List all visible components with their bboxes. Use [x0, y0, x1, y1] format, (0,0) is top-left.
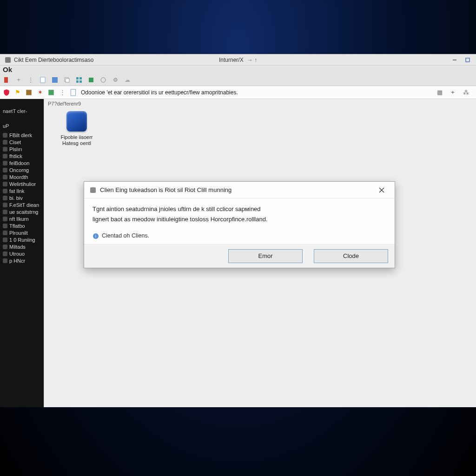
sidebar-item[interactable]: feiBdoon — [2, 159, 42, 166]
svg-rect-4 — [40, 77, 45, 83]
svg-rect-10 — [76, 80, 79, 83]
path-hint: P7?del'ferenr9 — [44, 99, 476, 108]
tab-icon-plus[interactable]: + — [15, 76, 22, 84]
toolbar-right-plus-icon[interactable]: + — [449, 89, 456, 96]
sidebar-item[interactable]: Tflatbo — [2, 222, 42, 229]
tab-icon-book[interactable] — [87, 76, 95, 84]
sidebar: naetT cler- uP FBilt dlerkCisetPlslırıfh… — [0, 99, 44, 407]
dialog-primary-button[interactable]: Emor — [228, 249, 303, 263]
maximize-button[interactable] — [461, 55, 474, 65]
window-center-title: Inturner/X — [219, 57, 244, 63]
svg-rect-12 — [89, 78, 93, 82]
tab-icon-copy[interactable] — [63, 76, 71, 84]
sidebar-item[interactable]: fhtlick — [2, 152, 42, 159]
sidebar-item[interactable]: Miltads — [2, 243, 42, 250]
tab-icon-grid[interactable] — [75, 76, 83, 84]
tab-icon-gear[interactable]: ⚙ — [112, 76, 119, 84]
toolbar-vdots-icon[interactable]: ⋮ — [59, 89, 66, 96]
sidebar-item[interactable]: FBilt dlerk — [2, 132, 42, 139]
sidebar-item[interactable]: bi. biv — [2, 194, 42, 201]
sidebar-item[interactable]: 1 0 Runiing — [2, 236, 42, 243]
toolbar-right-menu-icon[interactable]: ⁂ — [462, 89, 469, 96]
sidebar-item[interactable]: fat Ilnk — [2, 187, 42, 194]
svg-rect-15 — [48, 90, 53, 95]
svg-rect-0 — [5, 57, 11, 63]
svg-rect-17 — [90, 187, 96, 193]
toolbar: ⚑ ✶ ⋮ Odoonioe 'et ear orerersitiol irs … — [0, 86, 476, 99]
minimize-button[interactable] — [448, 55, 461, 65]
client-app-icon — [66, 111, 87, 132]
sidebar-group-2: uP — [3, 123, 41, 129]
app-icon — [5, 57, 11, 63]
svg-rect-11 — [79, 80, 82, 83]
toolbar-right-grid-icon[interactable]: ▦ — [436, 89, 443, 96]
dialog-note-text: Cientad oh Cliens. — [102, 232, 149, 240]
svg-rect-16 — [71, 89, 75, 96]
sidebar-item[interactable]: p HNcr — [2, 257, 42, 264]
sidebar-item[interactable]: Moordth — [2, 173, 42, 180]
svg-rect-3 — [4, 77, 8, 83]
tab-icon-doc[interactable] — [3, 76, 10, 84]
svg-rect-7 — [66, 79, 69, 82]
info-icon: i — [93, 233, 99, 239]
sidebar-item[interactable]: Welirtihulior — [2, 180, 42, 187]
dialog-body: Tgnt aintion seatudrnina jnioles uftirn … — [84, 198, 395, 244]
dialog-header: Clien Eing tukeadson is Riot sil Riot Cl… — [84, 182, 395, 198]
svg-rect-9 — [79, 77, 82, 79]
tab-icon-globe[interactable] — [99, 76, 107, 84]
svg-rect-8 — [76, 77, 79, 79]
desktop-icon-label-1: Fipoble iisoerr — [60, 134, 93, 140]
svg-text:i: i — [95, 234, 96, 238]
desktop-icon[interactable]: Fipoble iisoerr Hatesg oentl — [58, 111, 95, 146]
tab-icon-vdots[interactable]: ⋮ — [27, 76, 34, 84]
sidebar-item[interactable]: Plslırı — [2, 145, 42, 152]
svg-rect-2 — [466, 58, 469, 62]
sidebar-item[interactable]: nft llkurn — [2, 215, 42, 222]
toolbar-note-icon[interactable] — [47, 89, 55, 96]
svg-rect-5 — [52, 77, 58, 83]
dialog-body-line-1: Tgnt aintion seatudrnina jnioles uftirn … — [93, 205, 386, 213]
dialog-title: Clien Eing tukeadson is Riot sil Riot Cl… — [100, 186, 231, 193]
toolbar-puzzle-icon[interactable]: ✶ — [36, 89, 44, 96]
tab-icon-page[interactable] — [39, 76, 46, 84]
sidebar-item[interactable]: Utrouo — [2, 250, 42, 257]
sidebar-item[interactable]: Oncorng — [2, 166, 42, 173]
dialog-secondary-button[interactable]: Clode — [314, 249, 388, 263]
dialog-close-button[interactable] — [374, 184, 389, 197]
desktop-icon-label-2: Hatesg oentl — [62, 140, 91, 146]
toolbar-book-icon[interactable] — [25, 89, 33, 96]
svg-rect-14 — [26, 90, 31, 95]
dialog-body-line-2: lignert baot as meodow initiuleigtine to… — [93, 215, 386, 224]
tab-strip: + ⋮ ⚙ ☁ — [0, 74, 476, 86]
dialog-app-icon — [90, 187, 96, 193]
tab-icon-app[interactable] — [51, 76, 59, 84]
address-text[interactable]: Odoonioe 'et ear orerersitiol irs ur eet… — [81, 89, 432, 96]
sidebar-item[interactable]: Ciset — [2, 139, 42, 145]
sidebar-group-1: naetT cler- — [3, 108, 41, 114]
title-ok-label: Ok — [3, 66, 12, 73]
toolbar-page-icon[interactable] — [70, 89, 77, 96]
toolbar-flag-icon[interactable]: ⚑ — [14, 89, 21, 96]
sidebar-item[interactable]: ue scaitstrng — [2, 208, 42, 215]
dialog-footer: Emor Clode — [84, 244, 395, 268]
sidebar-item[interactable]: Plrounilt — [2, 229, 42, 236]
svg-point-13 — [101, 78, 106, 82]
window-title: Cikt Eem Diertebooloractimsaso — [14, 57, 93, 63]
toolbar-shield-icon[interactable] — [3, 89, 10, 96]
sidebar-item[interactable]: F.eSitT diean — [2, 201, 42, 208]
window-center-glyphs: → ↑ — [247, 57, 257, 63]
tab-icon-cloud[interactable]: ☁ — [124, 76, 131, 84]
titlebar: Cikt Eem Diertebooloractimsaso Inturner/… — [0, 54, 476, 66]
error-dialog: Clien Eing tukeadson is Riot sil Riot Cl… — [84, 181, 395, 268]
